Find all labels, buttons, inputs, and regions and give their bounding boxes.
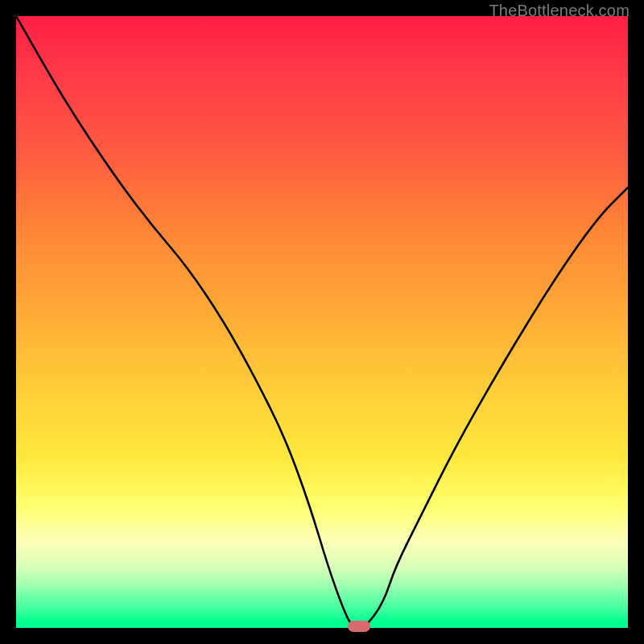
curve-svg xyxy=(16,16,628,628)
bottleneck-curve-path xyxy=(16,16,628,628)
watermark-text: TheBottleneck.com xyxy=(489,2,630,20)
chart-frame: TheBottleneck.com xyxy=(0,0,644,644)
optimal-marker xyxy=(348,621,370,632)
plot-area xyxy=(16,16,628,628)
frame-right-border xyxy=(631,0,644,644)
